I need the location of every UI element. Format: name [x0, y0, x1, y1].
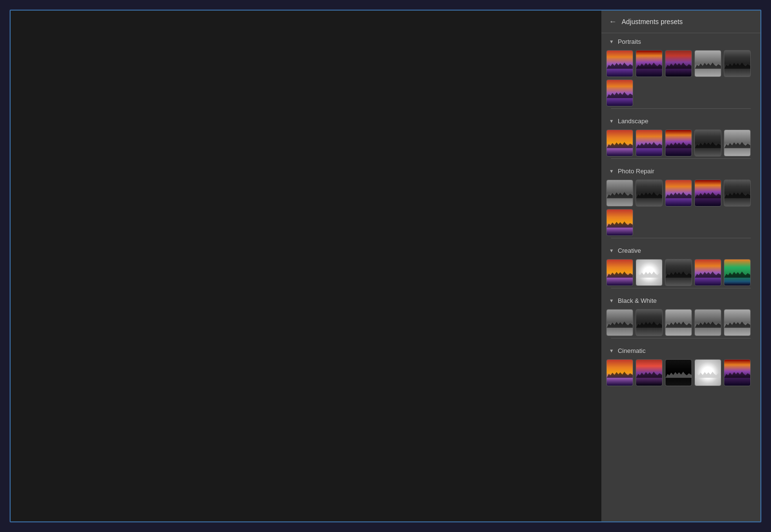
- photo-cell-top-left[interactable]: [11, 11, 306, 180]
- preset-thumb-l5[interactable]: [724, 130, 751, 156]
- preset-thumb-bw1[interactable]: [606, 309, 633, 336]
- photo-grid: [11, 11, 601, 521]
- photo-canvas-bot-right: [306, 352, 601, 521]
- thumbnails-cinematic: [606, 358, 756, 388]
- section-title-black-white: Black & White: [618, 297, 657, 304]
- app-container: ← Adjustments presets ▼Portraits▼Landsca…: [10, 10, 761, 522]
- section-photo-repair: ▼Photo Repair: [601, 163, 760, 242]
- chevron-icon-portraits: ▼: [609, 39, 614, 44]
- preset-thumb-p6[interactable]: [606, 79, 633, 106]
- preset-thumb-l1[interactable]: [606, 130, 633, 156]
- preset-thumb-pr6[interactable]: [606, 209, 633, 236]
- section-header-cinematic[interactable]: ▼Cinematic: [606, 342, 756, 358]
- preset-thumb-ci3[interactable]: [665, 359, 692, 386]
- section-title-photo-repair: Photo Repair: [618, 168, 654, 175]
- photo-canvas-top-right: [306, 11, 601, 180]
- preset-thumb-p3[interactable]: [665, 50, 692, 77]
- photo-cell-bot-right[interactable]: [306, 352, 601, 521]
- preset-thumb-l3[interactable]: [665, 130, 692, 156]
- preset-thumb-bw2[interactable]: [636, 309, 663, 336]
- preset-thumb-l4[interactable]: [694, 130, 721, 156]
- section-creative: ▼Creative: [601, 242, 760, 292]
- chevron-icon-creative: ▼: [609, 248, 614, 253]
- preset-thumb-pr2[interactable]: [636, 180, 663, 207]
- section-portraits: ▼Portraits: [601, 33, 760, 113]
- preset-thumb-cr1[interactable]: [606, 259, 633, 286]
- chevron-icon-landscape: ▼: [609, 118, 614, 124]
- preset-thumb-bw3[interactable]: [665, 309, 692, 336]
- preset-thumb-l2[interactable]: [636, 130, 663, 156]
- preset-thumb-cr2[interactable]: [636, 259, 663, 286]
- preset-thumb-p1[interactable]: [606, 50, 633, 77]
- thumbnails-portraits: [606, 49, 756, 108]
- preset-thumb-bw5[interactable]: [724, 309, 751, 336]
- panel-title: Adjustments presets: [622, 18, 683, 26]
- photo-cell-bot-left[interactable]: [11, 352, 306, 521]
- sections-container: ▼Portraits▼Landscape▼Photo Repair▼Creati…: [601, 33, 760, 392]
- section-black-white: ▼Black & White: [601, 292, 760, 342]
- section-landscape: ▼Landscape: [601, 113, 760, 163]
- thumbnails-black-white: [606, 308, 756, 338]
- preset-thumb-cr4[interactable]: [694, 259, 721, 286]
- section-header-photo-repair[interactable]: ▼Photo Repair: [606, 163, 756, 179]
- section-title-creative: Creative: [618, 247, 641, 254]
- preset-thumb-pr4[interactable]: [694, 180, 721, 207]
- section-header-creative[interactable]: ▼Creative: [606, 242, 756, 258]
- preset-thumb-pr1[interactable]: [606, 180, 633, 207]
- preset-thumb-p5[interactable]: [724, 50, 751, 77]
- section-header-black-white[interactable]: ▼Black & White: [606, 292, 756, 308]
- photo-canvas-mid-right: [306, 181, 601, 350]
- section-cinematic: ▼Cinematic: [601, 342, 760, 392]
- section-header-portraits[interactable]: ▼Portraits: [606, 33, 756, 49]
- photo-canvas-mid-left: [11, 181, 306, 350]
- preset-thumb-cr5[interactable]: [724, 259, 751, 286]
- photo-cell-top-right[interactable]: [306, 11, 601, 180]
- section-header-landscape[interactable]: ▼Landscape: [606, 113, 756, 129]
- preset-thumb-pr3[interactable]: [665, 180, 692, 207]
- photo-cell-mid-left[interactable]: [11, 181, 306, 350]
- preset-thumb-ci5[interactable]: [724, 359, 751, 386]
- section-title-landscape: Landscape: [618, 117, 649, 125]
- photo-canvas-top-left: [11, 11, 306, 180]
- chevron-icon-cinematic: ▼: [609, 348, 614, 353]
- preset-thumb-cr3[interactable]: [665, 259, 692, 286]
- presets-panel: ← Adjustments presets ▼Portraits▼Landsca…: [601, 11, 760, 521]
- photo-canvas-bot-left: [11, 352, 306, 521]
- preset-thumb-p2[interactable]: [636, 50, 663, 77]
- preset-thumb-p4[interactable]: [694, 50, 721, 77]
- photo-cell-mid-right[interactable]: [306, 181, 601, 350]
- section-title-portraits: Portraits: [618, 38, 641, 45]
- back-button[interactable]: ←: [609, 17, 617, 26]
- thumbnails-creative: [606, 258, 756, 288]
- preset-thumb-bw4[interactable]: [694, 309, 721, 336]
- chevron-icon-photo-repair: ▼: [609, 169, 614, 174]
- thumbnails-landscape: [606, 129, 756, 158]
- preset-thumb-ci2[interactable]: [636, 359, 663, 386]
- preset-thumb-ci1[interactable]: [606, 359, 633, 386]
- chevron-icon-black-white: ▼: [609, 298, 614, 303]
- section-title-cinematic: Cinematic: [618, 347, 646, 354]
- preset-thumb-pr5[interactable]: [724, 180, 751, 207]
- panel-header: ← Adjustments presets: [601, 11, 760, 33]
- thumbnails-photo-repair: [606, 179, 756, 238]
- preset-thumb-ci4[interactable]: [694, 359, 721, 386]
